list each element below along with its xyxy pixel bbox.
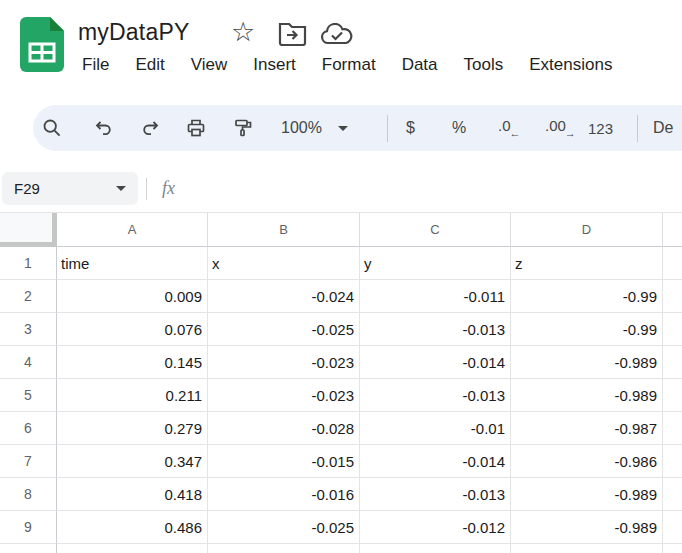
cell[interactable]: -0.025 <box>208 313 360 346</box>
row-header[interactable]: 8 <box>0 478 57 511</box>
cell[interactable]: -0.023 <box>208 346 360 379</box>
row-header[interactable]: 2 <box>0 280 57 313</box>
cell[interactable]: -0.015 <box>208 445 360 478</box>
menu-extensions[interactable]: Extensions <box>529 55 612 75</box>
search-icon[interactable] <box>42 118 62 138</box>
cell[interactable]: y <box>360 247 511 280</box>
cell[interactable]: -0.989 <box>511 379 663 412</box>
cell[interactable]: 0.009 <box>57 280 208 313</box>
cell[interactable]: -0.012 <box>360 511 511 544</box>
sheets-logo[interactable] <box>20 17 64 72</box>
menu-bar: File Edit View Insert Format Data Tools … <box>82 55 612 75</box>
cell[interactable]: -0.014 <box>360 346 511 379</box>
cell[interactable]: x <box>208 247 360 280</box>
format-currency-button[interactable]: $ <box>406 119 415 137</box>
column-header-C[interactable]: C <box>360 213 511 247</box>
cell[interactable]: -0.989 <box>511 346 663 379</box>
cell[interactable]: -0.011 <box>360 280 511 313</box>
menu-format[interactable]: Format <box>322 55 376 75</box>
cell[interactable]: 0.486 <box>57 511 208 544</box>
row-header[interactable]: 4 <box>0 346 57 379</box>
cell[interactable]: -0.989 <box>511 478 663 511</box>
cell[interactable]: -0.013 <box>360 313 511 346</box>
menu-data[interactable]: Data <box>402 55 438 75</box>
zoom-menu-button[interactable]: 100% <box>281 119 348 137</box>
menu-view[interactable]: View <box>191 55 228 75</box>
table-row: 5 0.211 -0.023 -0.013 -0.989 <box>0 379 682 412</box>
format-percent-button[interactable]: % <box>452 119 466 137</box>
cell[interactable]: 0.076 <box>57 313 208 346</box>
cell[interactable] <box>663 247 682 280</box>
cell[interactable]: 0.211 <box>57 379 208 412</box>
row-header[interactable]: 6 <box>0 412 57 445</box>
row-header[interactable]: 7 <box>0 445 57 478</box>
document-title[interactable]: myDataPY <box>78 19 190 46</box>
toolbar-divider <box>387 115 388 142</box>
undo-icon[interactable] <box>93 118 113 138</box>
cell[interactable]: -0.014 <box>360 445 511 478</box>
table-row: 9 0.486 -0.025 -0.012 -0.989 <box>0 511 682 544</box>
cell[interactable]: -0.024 <box>208 280 360 313</box>
row-header[interactable]: 1 <box>0 247 57 280</box>
cell[interactable]: 0.552 <box>57 544 208 553</box>
redo-icon[interactable] <box>141 118 161 138</box>
name-box[interactable]: F29 <box>2 172 138 205</box>
toolbar <box>33 105 682 151</box>
cell[interactable]: -0.986 <box>511 445 663 478</box>
cell[interactable]: -0.023 <box>208 379 360 412</box>
cell[interactable] <box>663 412 682 445</box>
table-row: 7 0.347 -0.015 -0.014 -0.986 <box>0 445 682 478</box>
cell[interactable]: 0.279 <box>57 412 208 445</box>
cell[interactable] <box>663 511 682 544</box>
cell[interactable]: z <box>511 247 663 280</box>
increase-decimal-button[interactable]: .00→ <box>545 117 577 135</box>
fx-icon[interactable]: fx <box>162 178 175 199</box>
cell[interactable] <box>663 313 682 346</box>
cell[interactable] <box>663 379 682 412</box>
cell[interactable]: 0.418 <box>57 478 208 511</box>
cell[interactable]: -0.99 <box>511 313 663 346</box>
menu-tools[interactable]: Tools <box>464 55 504 75</box>
column-header-B[interactable]: B <box>208 213 360 247</box>
cell[interactable]: -0.99 <box>511 544 663 553</box>
font-menu-button[interactable]: De <box>653 119 673 137</box>
decrease-decimal-button[interactable]: .0← <box>498 117 522 135</box>
cell[interactable]: 0.145 <box>57 346 208 379</box>
cell[interactable]: -0.02 <box>208 544 360 553</box>
cell[interactable]: -0.025 <box>208 511 360 544</box>
cell[interactable]: time <box>57 247 208 280</box>
table-row: 1 time x y z <box>0 247 682 280</box>
row-header[interactable]: 3 <box>0 313 57 346</box>
cell[interactable] <box>663 478 682 511</box>
cell[interactable] <box>663 280 682 313</box>
cell[interactable]: -0.013 <box>360 478 511 511</box>
column-header-E[interactable] <box>663 213 682 247</box>
paint-format-icon[interactable] <box>233 118 253 138</box>
star-icon[interactable]: ☆ <box>231 15 255 49</box>
cloud-check-icon[interactable] <box>320 23 354 46</box>
print-icon[interactable] <box>186 118 206 138</box>
cell[interactable]: -0.01 <box>360 412 511 445</box>
move-folder-icon[interactable] <box>278 23 307 46</box>
row-header[interactable]: 10 <box>0 544 57 553</box>
cell[interactable] <box>663 544 682 553</box>
menu-edit[interactable]: Edit <box>135 55 164 75</box>
cell[interactable] <box>663 346 682 379</box>
cell[interactable]: -0.987 <box>511 412 663 445</box>
cell[interactable]: -0.013 <box>360 379 511 412</box>
cell[interactable]: -0.99 <box>511 280 663 313</box>
select-all-corner[interactable] <box>0 213 57 247</box>
cell[interactable]: -0.028 <box>208 412 360 445</box>
menu-file[interactable]: File <box>82 55 109 75</box>
cell[interactable] <box>663 445 682 478</box>
cell[interactable]: -0.989 <box>511 511 663 544</box>
cell[interactable]: 0.347 <box>57 445 208 478</box>
column-header-A[interactable]: A <box>57 213 208 247</box>
row-header[interactable]: 9 <box>0 511 57 544</box>
row-header[interactable]: 5 <box>0 379 57 412</box>
menu-insert[interactable]: Insert <box>253 55 296 75</box>
cell[interactable]: -0.016 <box>208 478 360 511</box>
more-formats-button[interactable]: 123 <box>588 120 613 137</box>
column-header-D[interactable]: D <box>511 213 663 247</box>
cell[interactable]: -0.012 <box>360 544 511 553</box>
